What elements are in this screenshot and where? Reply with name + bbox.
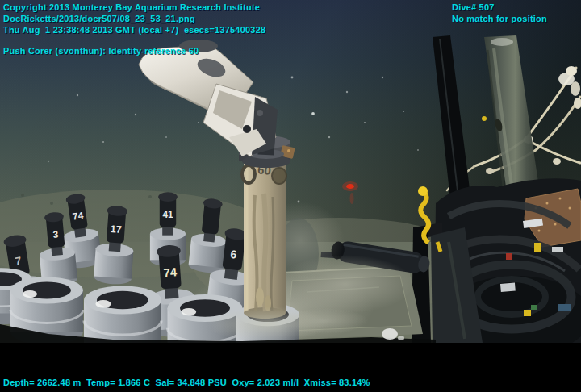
osd-dive-number: Dive# 507: [452, 2, 495, 13]
osd-position-status: No match for position: [452, 13, 547, 24]
corer-number: 41: [162, 209, 173, 220]
corer-number: 74: [72, 210, 84, 223]
corer-number: 17: [110, 223, 122, 236]
video-frame: 74 41 17 3: [0, 0, 581, 392]
empty-holder: [84, 286, 161, 343]
corer-number: 74: [163, 265, 178, 279]
osd-timestamp: Thu Aug 1 23:38:48 2013 GMT (local +7) e…: [3, 24, 265, 35]
osd-file-path: DocRicketts/2013/docr507/08_23_53_21.png: [3, 13, 195, 24]
osd-sample-annotation: Push Corer (svonthun): Identity-referenc…: [3, 45, 199, 56]
bottom-bar: Depth= 2662.48 m Temp= 1.866 C Sal= 34.8…: [0, 343, 581, 392]
osd-telemetry: Depth= 2662.48 m Temp= 1.866 C Sal= 34.8…: [3, 377, 370, 388]
osd-copyright: Copyright 2013 Monterey Bay Aquarium Res…: [3, 2, 260, 13]
